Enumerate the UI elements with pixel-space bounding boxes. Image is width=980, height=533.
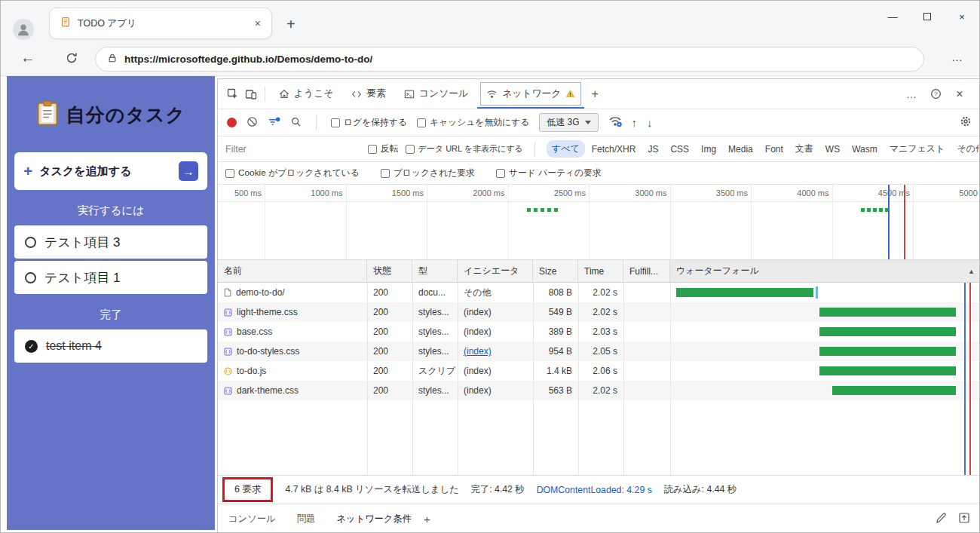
hide-data-urls-checkbox[interactable]: データ URL を非表示にする bbox=[406, 143, 523, 155]
network-summary-bar: 6 要求 4.7 kB は 8.4 kB リソースを転送しました 完了: 4.4… bbox=[218, 475, 980, 504]
profile-avatar[interactable] bbox=[13, 19, 34, 40]
filter-chip[interactable]: Font bbox=[760, 142, 789, 157]
clear-icon[interactable] bbox=[247, 116, 258, 130]
network-request-row[interactable]: light-theme.css200styles...(index)549 B2… bbox=[218, 302, 980, 322]
filter-chip[interactable]: その他 bbox=[951, 140, 980, 158]
tab-title: TODO アプリ bbox=[78, 17, 245, 30]
filter-chip[interactable]: Img bbox=[696, 142, 721, 157]
drawer-tab[interactable]: ネットワーク条件 bbox=[336, 504, 412, 533]
task-checkbox-icon[interactable] bbox=[25, 237, 36, 248]
invert-checkbox[interactable]: 反転 bbox=[368, 143, 399, 155]
maximize-button[interactable] bbox=[910, 1, 945, 32]
column-header-5[interactable]: Time bbox=[578, 260, 623, 282]
filter-chip[interactable]: Fetch/XHR bbox=[586, 142, 642, 157]
filter-chip[interactable]: CSS bbox=[665, 142, 694, 157]
blocked-requests-checkbox[interactable]: ブロックされた要求 bbox=[381, 167, 475, 179]
column-header-6[interactable]: Fulfill... bbox=[623, 260, 670, 282]
initiator-text: (index) bbox=[464, 366, 492, 376]
drawer-more-tabs-button[interactable]: + bbox=[424, 513, 430, 525]
new-tab-button[interactable]: + bbox=[286, 16, 296, 33]
request-name-cell: to-do-styles.css bbox=[218, 342, 367, 361]
third-party-checkbox[interactable]: サード パーティの要求 bbox=[496, 167, 602, 179]
column-header-3[interactable]: イニシエータ bbox=[458, 260, 533, 282]
column-header-1[interactable]: 状態 bbox=[367, 260, 412, 282]
filter-chip[interactable]: WS bbox=[820, 142, 845, 157]
search-icon[interactable] bbox=[290, 116, 302, 130]
column-header-4[interactable]: Size bbox=[533, 260, 578, 282]
browser-menu-button[interactable]: … bbox=[951, 51, 963, 63]
export-har-icon[interactable]: ↓ bbox=[647, 116, 653, 129]
done-list: ✓test item 4 bbox=[14, 329, 207, 363]
drawer-tab[interactable]: 問題 bbox=[297, 504, 316, 533]
task-done-icon[interactable]: ✓ bbox=[25, 340, 38, 353]
filter-chip[interactable]: JS bbox=[642, 142, 663, 157]
drawer-tab[interactable]: コンソール bbox=[228, 504, 276, 533]
devtools-menu-icon[interactable]: … bbox=[902, 84, 920, 104]
add-task-button[interactable]: → bbox=[179, 161, 198, 181]
feedback-pen-icon[interactable] bbox=[936, 512, 948, 526]
todo-app-title: 自分のタスク bbox=[66, 103, 185, 127]
network-request-row[interactable]: to-do.js200スクリプト(index)1.4 kB2.06 s bbox=[218, 361, 980, 381]
network-request-row[interactable]: dark-theme.css200styles...(index)563 B2.… bbox=[218, 381, 980, 400]
throttling-select[interactable]: 低速 3G bbox=[539, 113, 598, 132]
filter-chip[interactable]: すべて bbox=[547, 140, 585, 158]
request-waterfall bbox=[670, 302, 980, 322]
initiator-text[interactable]: (index) bbox=[464, 346, 492, 357]
transferred-text: 4.7 kB は 8.4 kB リソースを転送しました bbox=[285, 483, 458, 496]
column-header-0[interactable]: 名前 bbox=[218, 260, 367, 282]
network-request-row[interactable]: demo-to-do/200docu...その他808 B2.02 s bbox=[218, 283, 980, 302]
home-icon bbox=[279, 89, 289, 100]
task-checkbox-icon[interactable] bbox=[25, 272, 36, 283]
tab-console[interactable]: コンソール bbox=[395, 79, 477, 109]
add-task-field[interactable]: + タスクを追加する → bbox=[14, 152, 207, 190]
tab-welcome[interactable]: ようこそ bbox=[270, 79, 342, 109]
devtools-close-icon[interactable]: × bbox=[951, 84, 969, 104]
task-item[interactable]: テスト項目 3 bbox=[14, 225, 207, 259]
clipboard-icon bbox=[36, 100, 59, 130]
help-icon[interactable]: ? bbox=[926, 84, 945, 104]
third-party-label: サード パーティの要求 bbox=[509, 167, 602, 179]
filter-chip[interactable]: 文書 bbox=[790, 140, 819, 158]
filter-chip[interactable]: Wasm bbox=[847, 142, 883, 157]
filter-toggle-icon[interactable] bbox=[268, 116, 280, 130]
request-initiator: (index) bbox=[458, 322, 533, 342]
disable-cache-checkbox[interactable]: キャッシュを無効にする bbox=[417, 117, 529, 129]
url-bar[interactable]: https://microsoftedge.github.io/Demos/de… bbox=[95, 47, 924, 72]
network-overview-timeline[interactable]: 500 ms1000 ms1500 ms2000 ms2500 ms3000 m… bbox=[218, 185, 980, 260]
filter-input[interactable]: Filter bbox=[225, 144, 361, 155]
checkbox-icon bbox=[417, 118, 426, 127]
blocked-cookies-checkbox[interactable]: Cookie がブロックされている bbox=[225, 167, 360, 179]
record-icon[interactable] bbox=[227, 118, 237, 127]
refresh-button[interactable] bbox=[66, 52, 78, 67]
more-tabs-button[interactable]: + bbox=[584, 87, 605, 101]
inspect-icon[interactable] bbox=[224, 84, 242, 104]
filter-chip[interactable]: マニフェスト bbox=[884, 140, 951, 158]
load-time-text: 読み込み: 4.44 秒 bbox=[664, 483, 737, 496]
tab-network[interactable]: ネットワーク bbox=[477, 79, 584, 109]
network-table-body: demo-to-do/200docu...その他808 B2.02 slight… bbox=[218, 283, 980, 400]
browser-tab[interactable]: TODO アプリ × bbox=[49, 8, 272, 39]
preserve-log-checkbox[interactable]: ログを保持する bbox=[331, 117, 407, 129]
column-header-7[interactable]: ウォーターフォール▲ bbox=[670, 260, 980, 282]
settings-gear-icon[interactable] bbox=[960, 115, 972, 130]
filter-chip[interactable]: Media bbox=[723, 142, 758, 157]
import-har-icon[interactable]: ↑ bbox=[632, 116, 638, 129]
completed-task-item[interactable]: ✓test item 4 bbox=[14, 329, 207, 363]
expand-panel-icon[interactable] bbox=[958, 512, 970, 526]
window-controls: — × bbox=[875, 1, 979, 32]
tab-close-icon[interactable]: × bbox=[252, 17, 264, 29]
network-conditions-icon[interactable] bbox=[608, 115, 622, 130]
window-close-button[interactable]: × bbox=[945, 1, 979, 32]
tab-elements[interactable]: 要素 bbox=[342, 79, 395, 109]
request-waterfall bbox=[670, 342, 980, 361]
lock-icon bbox=[108, 53, 117, 66]
column-header-2[interactable]: 型 bbox=[412, 260, 458, 282]
minimize-button[interactable]: — bbox=[875, 1, 910, 32]
url-text: https://microsoftedge.github.io/Demos/de… bbox=[124, 54, 372, 65]
back-button[interactable]: ← bbox=[20, 49, 35, 66]
task-item[interactable]: テスト項目 1 bbox=[14, 261, 207, 294]
network-request-row[interactable]: to-do-styles.css200styles...(index)954 B… bbox=[218, 342, 980, 361]
network-request-row[interactable]: base.css200styles...(index)389 B2.03 s bbox=[218, 322, 980, 342]
browser-window: TODO アプリ × + — × ← https://microsoftedge… bbox=[0, 0, 980, 533]
device-toolbar-icon[interactable] bbox=[242, 84, 260, 104]
